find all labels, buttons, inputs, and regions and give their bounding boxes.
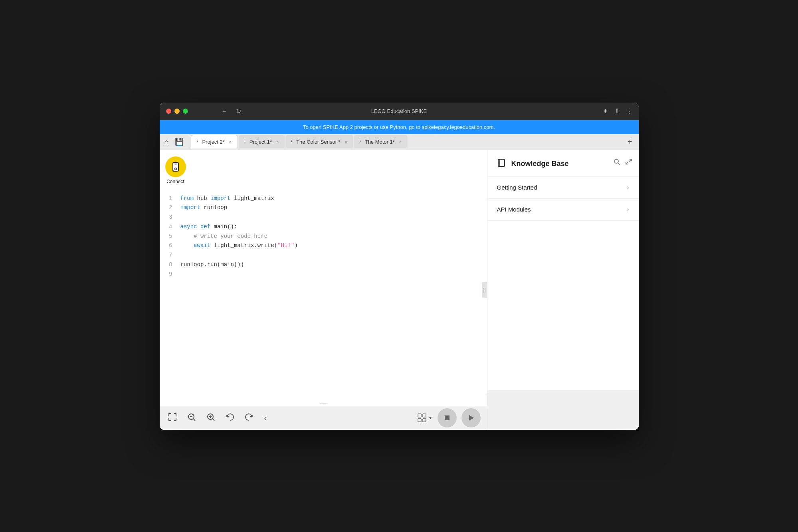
chevron-right-icon: › bbox=[627, 184, 629, 191]
tab-label: Project 2* bbox=[202, 139, 224, 145]
kb-header: Knowledge Base bbox=[487, 150, 639, 177]
tab-menu-icon[interactable]: ⋮ bbox=[195, 139, 200, 144]
code-line: 5 # write your code here bbox=[166, 232, 481, 241]
code-line: 6 await light_matrix.write("Hi!") bbox=[166, 241, 481, 251]
undo-button[interactable] bbox=[224, 411, 236, 425]
maximize-button[interactable] bbox=[183, 109, 188, 114]
traffic-lights bbox=[166, 109, 188, 114]
kb-items: Getting Started › API Modules › bbox=[487, 177, 639, 390]
extensions-icon[interactable]: ✦ bbox=[603, 107, 608, 115]
save-button[interactable]: 💾 bbox=[173, 136, 185, 148]
title-bar: ← ↻ LEGO Education SPIKE ✦ ⇩ ⋮ bbox=[160, 103, 639, 120]
kb-minimize-button[interactable] bbox=[625, 158, 632, 167]
tab-close-button[interactable]: × bbox=[274, 138, 281, 145]
svg-rect-17 bbox=[498, 159, 505, 166]
tab-menu-icon[interactable]: ⋮ bbox=[289, 139, 294, 144]
zoom-out-button[interactable] bbox=[185, 411, 198, 425]
svg-rect-15 bbox=[445, 415, 449, 420]
nav-controls: ← ↻ bbox=[220, 106, 243, 117]
svg-rect-10 bbox=[418, 414, 421, 417]
svg-rect-13 bbox=[423, 419, 426, 422]
tab-bar-left: ⌂ 💾 bbox=[163, 136, 190, 148]
download-icon[interactable]: ⇩ bbox=[614, 107, 620, 115]
resize-handle[interactable]: ⎯⎯ bbox=[160, 395, 487, 406]
home-button[interactable]: ⌂ bbox=[163, 136, 170, 148]
tab-close-button[interactable]: × bbox=[343, 138, 349, 145]
tab-project1[interactable]: ⋮ Project 1* × bbox=[239, 135, 285, 148]
connect-icon bbox=[165, 156, 186, 177]
chevron-right-icon: › bbox=[627, 206, 629, 213]
kb-bottom-panel bbox=[487, 390, 639, 430]
info-banner: To open SPIKE App 2 projects or use Pyth… bbox=[160, 120, 639, 134]
kb-item-label: Getting Started bbox=[497, 184, 537, 191]
minimize-button[interactable] bbox=[174, 109, 180, 114]
svg-rect-2 bbox=[174, 164, 177, 164]
knowledge-base-panel: || Knowledge Base bbox=[487, 150, 639, 430]
tab-label: Project 1* bbox=[249, 139, 272, 145]
kb-item-label: API Modules bbox=[497, 206, 531, 213]
add-tab-button[interactable]: + bbox=[624, 136, 636, 148]
title-bar-right: ✦ ⇩ ⋮ bbox=[603, 107, 632, 115]
toolbar-right bbox=[418, 408, 481, 427]
tab-close-button[interactable]: × bbox=[397, 138, 404, 145]
tab-bar: ⌂ 💾 ⋮ Project 2* × ⋮ Project 1* × ⋮ The … bbox=[160, 134, 639, 150]
code-line: 7 bbox=[166, 251, 481, 260]
panel-collapse-handle[interactable]: || bbox=[482, 282, 487, 298]
back-button[interactable]: ← bbox=[220, 106, 230, 117]
kb-item-getting-started[interactable]: Getting Started › bbox=[487, 177, 639, 199]
tab-label: The Motor 1* bbox=[365, 139, 395, 145]
svg-line-9 bbox=[212, 419, 214, 421]
fullscreen-button[interactable] bbox=[166, 411, 179, 425]
reload-button[interactable]: ↻ bbox=[234, 106, 243, 117]
zoom-in-button[interactable] bbox=[204, 411, 217, 425]
svg-rect-12 bbox=[418, 419, 421, 422]
editor-area: Connect 1 from hub import light_matrix 2… bbox=[160, 150, 487, 430]
svg-marker-16 bbox=[469, 415, 474, 421]
bottom-toolbar: ‹ bbox=[160, 406, 487, 430]
redo-button[interactable] bbox=[243, 411, 255, 425]
app-window: ← ↻ LEGO Education SPIKE ✦ ⇩ ⋮ To open S… bbox=[160, 103, 639, 430]
connect-label: Connect bbox=[166, 179, 184, 184]
svg-line-20 bbox=[618, 163, 620, 165]
tab-motor[interactable]: ⋮ The Motor 1* × bbox=[354, 135, 408, 148]
stop-button[interactable] bbox=[438, 408, 457, 427]
collapse-panel-button[interactable]: ‹ bbox=[262, 411, 269, 425]
window-title: LEGO Education SPIKE bbox=[371, 108, 427, 114]
code-line: 9 bbox=[166, 270, 481, 279]
code-line: 4 async def main(): bbox=[166, 222, 481, 232]
kb-title: Knowledge Base bbox=[511, 160, 569, 168]
tab-menu-icon[interactable]: ⋮ bbox=[358, 139, 362, 144]
tab-project2[interactable]: ⋮ Project 2* × bbox=[191, 135, 238, 148]
code-line: 2 import runloop bbox=[166, 203, 481, 213]
kb-search-button[interactable] bbox=[613, 158, 620, 167]
svg-rect-11 bbox=[423, 414, 426, 417]
code-line: 3 bbox=[166, 213, 481, 222]
kb-item-api-modules[interactable]: API Modules › bbox=[487, 199, 639, 221]
kb-tools bbox=[613, 158, 632, 167]
tab-menu-icon[interactable]: ⋮ bbox=[243, 139, 247, 144]
code-line: 1 from hub import light_matrix bbox=[166, 194, 481, 204]
code-editor[interactable]: 1 from hub import light_matrix 2 import … bbox=[160, 191, 487, 395]
svg-line-5 bbox=[193, 419, 195, 421]
connect-button[interactable]: Connect bbox=[160, 150, 192, 191]
play-button[interactable] bbox=[461, 408, 481, 427]
code-line: 8 runloop.run(main()) bbox=[166, 260, 481, 270]
main-content: Connect 1 from hub import light_matrix 2… bbox=[160, 150, 639, 430]
tab-label: The Color Sensor * bbox=[296, 139, 341, 145]
close-button[interactable] bbox=[166, 109, 171, 114]
tab-close-button[interactable]: × bbox=[227, 138, 234, 145]
book-icon bbox=[497, 158, 507, 170]
svg-marker-14 bbox=[429, 417, 432, 419]
grid-view-button[interactable] bbox=[418, 413, 433, 422]
svg-point-19 bbox=[614, 159, 618, 163]
more-options-icon[interactable]: ⋮ bbox=[626, 107, 632, 115]
tab-color-sensor[interactable]: ⋮ The Color Sensor * × bbox=[285, 135, 353, 148]
